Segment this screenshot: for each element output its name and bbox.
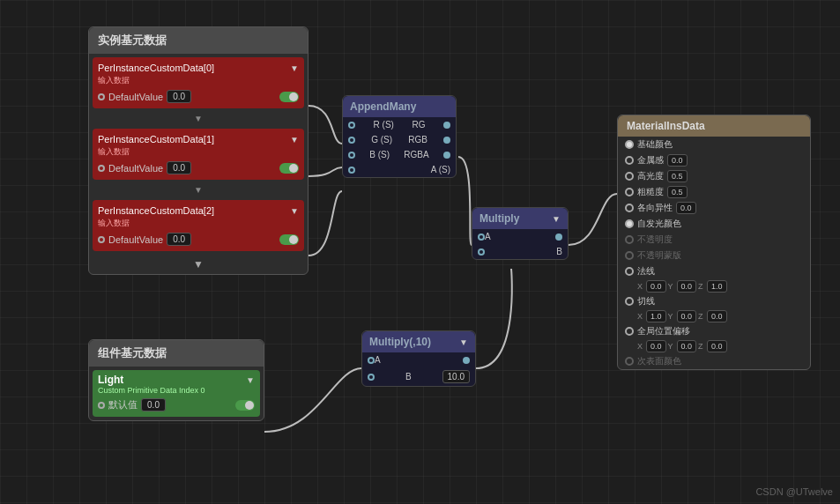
append-pin-rgb-out: [443, 137, 450, 144]
section-0-chevron[interactable]: ▼: [290, 63, 299, 73]
mat-label-metallic: 金属感: [637, 154, 664, 167]
mat-label-anisotropy: 各向异性: [637, 202, 673, 214]
append-many-node: AppendMany R (S) RG G (S) RGB B (S) RGBA…: [342, 95, 457, 178]
mat-row-opacity-mask: 不透明蒙版: [618, 248, 810, 263]
multiply-row-b: B: [472, 244, 568, 259]
mat-woffset-y[interactable]: 0.0: [677, 340, 697, 352]
mat-label-world-offset: 全局位置偏移: [637, 325, 690, 337]
component-section[interactable]: Light ▼ Custom Primitive Data Index 0 默认…: [93, 370, 260, 417]
mat-tangent-y[interactable]: 0.0: [677, 310, 697, 322]
mat-pin-metallic: [625, 156, 634, 165]
append-label-a: A (S): [431, 165, 450, 174]
multiply-pin-a-in: [478, 233, 485, 241]
multiply2-node: Multiply(,10) ▼ A B 10.0: [361, 330, 476, 387]
multiply-node: Multiply ▼ A B: [472, 207, 569, 260]
section-2-chevron[interactable]: ▼: [290, 206, 299, 216]
multiply-label-a: A: [485, 232, 491, 241]
mat-value-roughness[interactable]: 0.5: [667, 186, 688, 198]
mat-xyz-tangent: X1.0 Y0.0 Z0.0: [618, 309, 810, 323]
comp-section-chevron[interactable]: ▼: [246, 375, 255, 385]
append-node-title: AppendMany: [350, 100, 416, 113]
mat-label-base-color: 基础颜色: [637, 138, 673, 151]
mat-woffset-z[interactable]: 0.0: [707, 340, 727, 352]
material-node-title: MaterialInsData: [627, 120, 705, 132]
instance-node-title: 实例基元数据: [98, 33, 167, 47]
mat-label-opacity-mask: 不透明蒙版: [637, 249, 681, 262]
mat-row-specular: 高光度 0.5: [618, 168, 810, 184]
mat-value-specular[interactable]: 0.5: [667, 170, 688, 182]
multiply-pin-b-in: [478, 248, 485, 256]
mat-label-roughness: 粗糙度: [637, 186, 664, 198]
instance-section-1[interactable]: PerInstanceCustomData[1] ▼ 输入数据 DefaultV…: [93, 129, 304, 180]
section-1-toggle[interactable]: [279, 163, 299, 174]
append-pin-rg-out: [443, 122, 450, 129]
multiply-node-header: Multiply ▼: [472, 208, 568, 229]
append-label-g: G (S): [371, 135, 392, 145]
section-0-pin: [98, 93, 105, 100]
section-2-title: PerInstanceCustomData[2]: [98, 205, 214, 216]
mat-tangent-x[interactable]: 1.0: [646, 310, 666, 322]
mat-label-opacity: 不透明度: [637, 233, 673, 246]
mat-row-tangent: 切线: [618, 293, 810, 309]
component-node-header: 组件基元数据: [89, 340, 264, 367]
multiply-node-title: Multiply: [479, 212, 519, 225]
mat-normal-y[interactable]: 0.0: [677, 280, 697, 293]
instance-chevron-mid2: ▼: [89, 183, 308, 196]
mat-pin-subsurface: [625, 357, 634, 366]
multiply-pin-out: [555, 233, 562, 241]
mat-pin-opacity: [625, 235, 634, 244]
instance-bottom-chevron[interactable]: ▼: [89, 255, 308, 274]
mat-value-metallic[interactable]: 0.0: [667, 154, 688, 167]
append-pin-r-in: [348, 122, 355, 129]
append-label-rgb: RGB: [408, 135, 427, 145]
comp-toggle[interactable]: [235, 400, 255, 411]
multiply2-chevron[interactable]: ▼: [459, 337, 468, 347]
section-0-default-value[interactable]: 0.0: [167, 90, 191, 103]
mat-pin-base-color: [625, 140, 634, 149]
mat-pin-emissive: [625, 219, 634, 228]
section-1-chevron[interactable]: ▼: [290, 135, 299, 145]
mat-woffset-x[interactable]: 0.0: [646, 340, 666, 352]
section-2-default-label: DefaultValue: [108, 234, 163, 245]
section-1-pin: [98, 165, 105, 172]
section-2-default-value[interactable]: 0.0: [167, 233, 191, 246]
append-pin-b-in: [348, 152, 355, 159]
instance-node-header: 实例基元数据: [89, 27, 308, 54]
mat-normal-z[interactable]: 1.0: [707, 280, 727, 293]
append-pin-rgba-out: [443, 152, 450, 159]
multiply2-label-b: B: [405, 372, 412, 382]
instance-section-2[interactable]: PerInstanceCustomData[2] ▼ 输入数据 DefaultV…: [93, 200, 304, 251]
section-1-default-label: DefaultValue: [108, 163, 163, 174]
section-0-toggle[interactable]: [279, 92, 299, 102]
append-row-r: R (S) RG: [343, 117, 456, 132]
multiply2-b-value[interactable]: 10.0: [442, 370, 470, 383]
instance-section-0[interactable]: PerInstanceCustomData[0] ▼ 输入数据 DefaultV…: [93, 57, 304, 108]
mat-row-subsurface: 次表面颜色: [618, 353, 810, 369]
material-node-header: MaterialInsData: [618, 115, 810, 137]
append-row-a: A (S): [343, 162, 456, 177]
multiply2-pin-out: [463, 357, 470, 364]
multiply2-row-a: A: [362, 352, 475, 367]
section-1-default-value[interactable]: 0.0: [167, 161, 191, 174]
mat-tangent-z[interactable]: 0.0: [707, 310, 727, 322]
mat-pin-tangent: [625, 297, 634, 306]
section-0-title: PerInstanceCustomData[0]: [98, 63, 214, 73]
mat-pin-opacity-mask: [625, 251, 634, 260]
component-node-title: 组件基元数据: [98, 346, 167, 359]
append-label-b: B (S): [369, 150, 390, 159]
component-primitive-node: 组件基元数据 Light ▼ Custom Primitive Data Ind…: [88, 339, 264, 421]
mat-xyz-normal: X0.0 Y0.0 Z1.0: [618, 279, 810, 293]
multiply2-pin-a-in: [368, 357, 375, 364]
mat-row-anisotropy: 各向异性 0.0: [618, 200, 810, 216]
mat-pin-roughness: [625, 188, 634, 196]
comp-default-value[interactable]: 0.0: [141, 398, 166, 411]
watermark: CSDN @UTwelve: [755, 486, 833, 497]
append-node-header: AppendMany: [343, 96, 456, 117]
mat-value-anisotropy[interactable]: 0.0: [676, 202, 696, 214]
mat-normal-x[interactable]: 0.0: [646, 280, 666, 293]
section-2-toggle[interactable]: [279, 234, 299, 245]
multiply-chevron[interactable]: ▼: [552, 214, 561, 224]
instance-chevron-mid: ▼: [89, 112, 308, 125]
append-row-b: B (S) RGBA: [343, 147, 456, 162]
section-1-title: PerInstanceCustomData[1]: [98, 134, 214, 145]
